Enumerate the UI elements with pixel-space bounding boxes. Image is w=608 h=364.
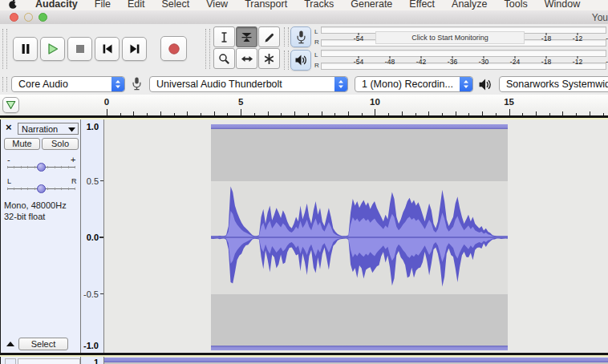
draw-tool-icon — [263, 31, 275, 43]
menu-effect[interactable]: Effect — [409, 0, 435, 10]
tools-toolbar-grip[interactable] — [205, 29, 210, 69]
timeline-tick — [590, 111, 590, 115]
menu-select[interactable]: Select — [162, 0, 190, 10]
vruler-label: 0.5 — [87, 176, 99, 186]
time-shift-tool-button[interactable] — [236, 48, 257, 69]
recording-channels-select[interactable]: 1 (Mono) Recordin... — [355, 76, 473, 92]
record-icon — [168, 42, 180, 55]
timeline-tick — [603, 113, 604, 115]
timeline-ruler[interactable]: 051015 — [0, 95, 608, 118]
track-name: Narration — [22, 124, 58, 134]
playback-meter-left-label: L — [314, 52, 318, 59]
menu-tracks[interactable]: Tracks — [304, 0, 334, 10]
menu-edit[interactable]: Edit — [128, 0, 145, 10]
playback-device-select[interactable]: Sonarworks Systemwide — [499, 76, 608, 92]
slider-tick — [21, 188, 22, 190]
track2-waveform-area[interactable] — [104, 357, 608, 364]
menu-generate[interactable]: Generate — [351, 0, 392, 10]
close-window-button[interactable] — [10, 13, 18, 22]
timeline-tick — [362, 113, 363, 115]
timeline-tick — [536, 111, 537, 115]
menu-audacity[interactable]: Audacity — [35, 0, 78, 10]
waveform-area[interactable] — [104, 119, 608, 353]
envelope-tool-button[interactable] — [236, 26, 257, 47]
gain-slider-thumb[interactable] — [37, 163, 46, 172]
timeline-tick — [268, 111, 269, 115]
recording-meter-grip[interactable] — [284, 27, 289, 47]
selection-tool-button[interactable] — [213, 26, 235, 47]
menu-tools[interactable]: Tools — [505, 0, 528, 10]
draw-tool-button[interactable] — [258, 26, 280, 47]
slider-tick — [55, 166, 55, 168]
meter-scale-number: -12 — [573, 35, 582, 42]
device-toolbar: Core Audio Universal Audio Thunderbolt 1… — [0, 74, 608, 95]
meter-scale-number: -48 — [385, 59, 395, 66]
timeline-label: 15 — [504, 97, 514, 107]
skip-to-start-icon — [101, 42, 114, 55]
track-format-line1: Mono, 48000Hz — [4, 200, 67, 210]
menu-view[interactable]: View — [206, 0, 228, 10]
play-button[interactable] — [40, 37, 65, 61]
zoom-window-button[interactable] — [39, 13, 47, 22]
slider-tick — [7, 166, 8, 168]
mute-button[interactable]: Mute — [4, 138, 40, 150]
track2-close-button[interactable] — [5, 358, 16, 364]
timeline-tick — [214, 111, 215, 115]
solo-button[interactable]: Solo — [42, 138, 79, 150]
collapse-icon[interactable] — [6, 341, 15, 347]
select-button[interactable]: Select — [18, 338, 68, 350]
track2-vruler-label: 1 — [94, 358, 99, 364]
timeline-tick — [388, 113, 389, 115]
pinned-play-head-button[interactable] — [2, 97, 19, 113]
slider-tick — [61, 188, 62, 190]
monitoring-overlay[interactable]: Click to Start Monitoring — [375, 31, 525, 44]
window-title: You — [592, 12, 608, 23]
apple-logo-icon[interactable] — [8, 0, 18, 10]
audio-host-select[interactable]: Core Audio — [11, 76, 125, 92]
vertical-ruler[interactable]: 1.00.50.0-0.5-1.0 — [81, 119, 104, 353]
recording-device-select[interactable]: Universal Audio Thunderbolt — [149, 76, 348, 92]
slider-tick — [27, 188, 28, 190]
slider-tick — [75, 166, 75, 168]
skip-to-start-button[interactable] — [95, 37, 120, 61]
device-toolbar-grip[interactable] — [2, 77, 7, 91]
pause-icon — [19, 42, 32, 55]
track-menu-arrow-icon — [68, 127, 75, 132]
recording-meter-left-label: L — [314, 29, 318, 35]
meter-scale-number: -36 — [448, 59, 457, 66]
stop-icon — [74, 42, 87, 55]
track-name-menu[interactable]: Narration — [18, 123, 79, 135]
track-close-button[interactable]: × — [6, 121, 12, 133]
skip-to-end-button[interactable] — [122, 37, 147, 61]
record-button[interactable] — [160, 36, 187, 61]
playback-meter-grip[interactable] — [284, 51, 289, 70]
recording-meter-mic-button[interactable] — [290, 26, 311, 47]
timeline-tick — [294, 111, 295, 115]
track-format-line2: 32-bit float — [4, 212, 45, 221]
pan-slider-thumb[interactable] — [37, 184, 46, 193]
timeline-tick — [322, 111, 322, 115]
play-icon — [47, 42, 59, 55]
waveform[interactable] — [211, 124, 508, 350]
transport-toolbar-grip[interactable] — [2, 29, 7, 69]
zoom-tool-icon — [218, 53, 230, 65]
stop-button[interactable] — [67, 37, 92, 61]
multi-tool-icon — [263, 53, 275, 65]
menu-file[interactable]: File — [95, 0, 111, 10]
timeline-label: 5 — [238, 97, 243, 107]
timeline-tick — [496, 113, 497, 115]
multi-tool-button[interactable] — [258, 48, 280, 69]
menu-transport[interactable]: Transport — [245, 0, 287, 10]
vruler-tick — [100, 293, 103, 294]
pan-left-label: L — [7, 176, 11, 186]
pause-button[interactable] — [13, 37, 38, 61]
track2-name-menu[interactable] — [18, 358, 80, 364]
playback-meter-speaker-button[interactable] — [290, 50, 311, 71]
menu-analyze[interactable]: Analyze — [452, 0, 487, 10]
minimize-window-button[interactable] — [24, 13, 33, 22]
timeline-tick — [442, 113, 443, 115]
vruler-label: 1.0 — [87, 122, 99, 131]
toolbar-zone: L R -54-48-42-36-30-24-18-12-6 Click to … — [0, 24, 608, 75]
menu-window[interactable]: Window — [545, 0, 580, 10]
zoom-tool-button[interactable] — [213, 48, 235, 69]
